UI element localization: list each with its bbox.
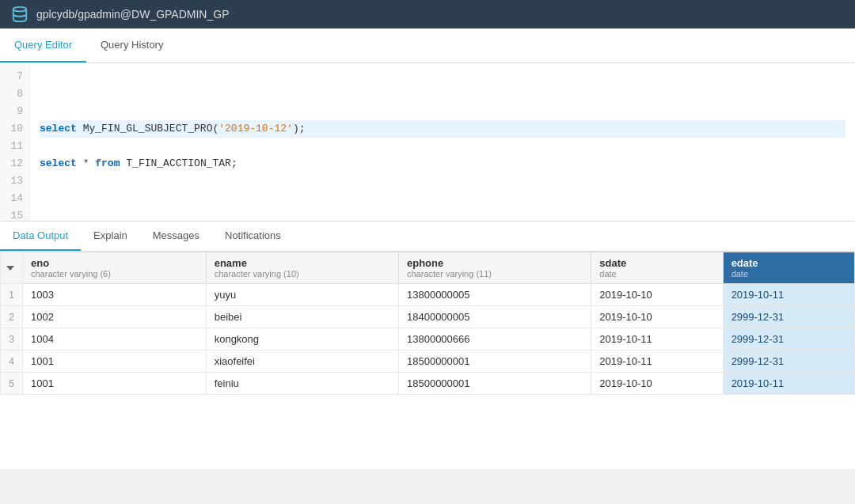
tab-bar: Query Editor Query History: [0, 28, 855, 63]
cell-ephone: 13800000005: [398, 284, 591, 306]
cell-ename: kongkong: [206, 328, 398, 351]
cell-sdate: 2019-10-10: [591, 306, 723, 328]
output-section: Data Output Explain Messages Notificatio…: [0, 222, 855, 469]
row-number-cell: 4: [1, 351, 23, 373]
table-row: 21002beibei184000000052019-10-102999-12-…: [1, 306, 855, 328]
output-tab-bar: Data Output Explain Messages Notificatio…: [0, 222, 855, 252]
code-line-14: [40, 190, 846, 207]
code-line-13: [40, 172, 846, 190]
svg-point-0: [13, 7, 27, 12]
data-output-table: eno character varying (6) ename characte…: [0, 252, 855, 469]
row-number-cell: 3: [1, 328, 23, 351]
col-header-sdate[interactable]: sdate date: [591, 252, 723, 284]
row-number-cell: 5: [1, 373, 23, 395]
tab-query-editor[interactable]: Query Editor: [0, 28, 86, 63]
cell-ename: yuyu: [206, 284, 398, 306]
cell-eno: 1001: [23, 373, 207, 395]
editor-area[interactable]: 7 8 9 10 11 12 13 14 15 select My_FIN_GL…: [0, 63, 855, 222]
cell-edate: 2999-12-31: [723, 351, 854, 373]
cell-ename: feiniu: [206, 373, 398, 395]
cell-ephone: 18500000001: [398, 351, 591, 373]
col-header-rownum: [1, 252, 23, 284]
cell-ename: beibei: [206, 306, 398, 328]
cell-eno: 1002: [23, 306, 207, 328]
code-line-9: [40, 103, 846, 120]
cell-sdate: 2019-10-11: [591, 328, 723, 351]
table-row: 11003yuyu138000000052019-10-102019-10-11: [1, 284, 855, 306]
col-header-ephone[interactable]: ephone character varying (11): [398, 252, 591, 284]
cell-sdate: 2019-10-10: [591, 373, 723, 395]
code-line-15: [40, 207, 846, 221]
database-icon: [11, 6, 28, 23]
tab-data-output[interactable]: Data Output: [0, 222, 81, 251]
cell-ename: xiaofeifei: [206, 351, 398, 373]
cell-eno: 1001: [23, 351, 207, 373]
cell-ephone: 18500000001: [398, 373, 591, 395]
col-header-ename[interactable]: ename character varying (10): [206, 252, 398, 284]
tab-query-history[interactable]: Query History: [86, 28, 177, 63]
table-body: 11003yuyu138000000052019-10-102019-10-11…: [1, 284, 855, 395]
table-row: 51001feiniu185000000012019-10-102019-10-…: [1, 373, 855, 395]
cell-eno: 1004: [23, 328, 207, 351]
table-row: 41001xiaofeifei185000000012019-10-112999…: [1, 351, 855, 373]
cell-sdate: 2019-10-10: [591, 284, 723, 306]
code-line-7: [40, 68, 846, 85]
tab-messages[interactable]: Messages: [140, 222, 212, 251]
cell-ephone: 18400000005: [398, 306, 591, 328]
code-line-12: select * from T_FIN_ACCTION_TAR;: [40, 155, 846, 172]
tab-notifications[interactable]: Notifications: [212, 222, 294, 251]
header-bar: gplcydb/gpadmin@DW_GPADMIN_GP: [0, 0, 855, 28]
cell-edate: 2999-12-31: [723, 328, 854, 351]
code-line-10: select My_FIN_GL_SUBJECT_PRO('2019-10-12…: [40, 120, 846, 138]
cell-edate: 2019-10-11: [723, 373, 854, 395]
header-title: gplcydb/gpadmin@DW_GPADMIN_GP: [36, 8, 229, 21]
cell-edate: 2019-10-11: [723, 284, 854, 306]
table-row: 31004kongkong138000006662019-10-112999-1…: [1, 328, 855, 351]
table-header-row: eno character varying (6) ename characte…: [1, 252, 855, 284]
cell-eno: 1003: [23, 284, 207, 306]
cell-sdate: 2019-10-11: [591, 351, 723, 373]
col-header-eno[interactable]: eno character varying (6): [23, 252, 207, 284]
code-line-8: [40, 85, 846, 103]
row-number-cell: 2: [1, 306, 23, 328]
cell-edate: 2999-12-31: [723, 306, 854, 328]
tab-explain[interactable]: Explain: [81, 222, 140, 251]
cell-ephone: 13800000666: [398, 328, 591, 351]
col-header-edate[interactable]: edate date: [723, 252, 854, 284]
line-numbers: 7 8 9 10 11 12 13 14 15: [0, 63, 30, 221]
code-line-11: [40, 138, 846, 155]
main-content: Query Editor Query History 7 8 9 10 11 1…: [0, 28, 855, 469]
results-table: eno character varying (6) ename characte…: [0, 252, 855, 395]
row-number-cell: 1: [1, 284, 23, 306]
code-editor[interactable]: select My_FIN_GL_SUBJECT_PRO('2019-10-12…: [30, 63, 855, 221]
